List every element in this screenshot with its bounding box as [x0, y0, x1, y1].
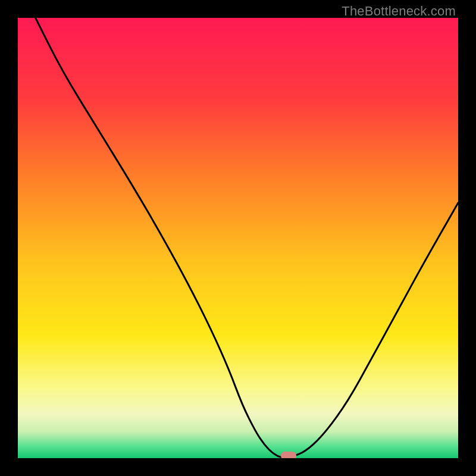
- bottleneck-curve: [36, 18, 458, 458]
- plot-area: [18, 18, 458, 458]
- curve-layer: [18, 18, 458, 458]
- optimal-marker: [281, 452, 296, 458]
- chart-frame: TheBottleneck.com: [0, 0, 476, 476]
- watermark-text: TheBottleneck.com: [342, 4, 456, 19]
